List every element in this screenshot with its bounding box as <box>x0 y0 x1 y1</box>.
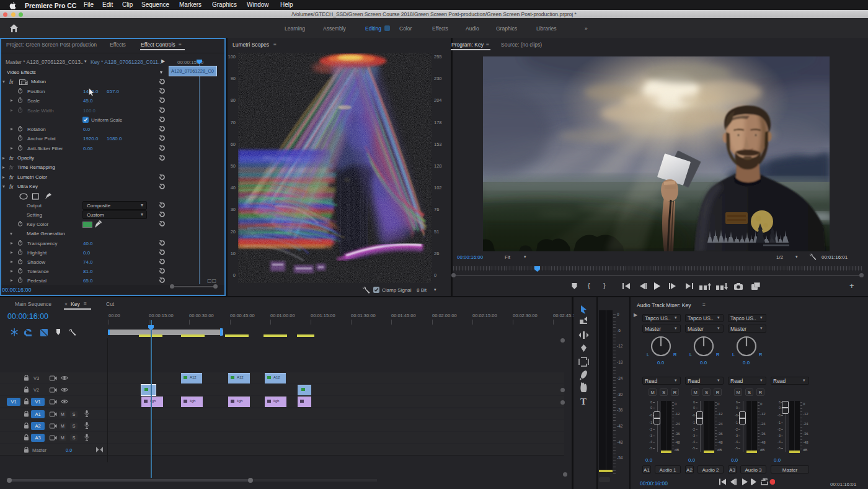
svg-text:T: T <box>580 397 587 406</box>
